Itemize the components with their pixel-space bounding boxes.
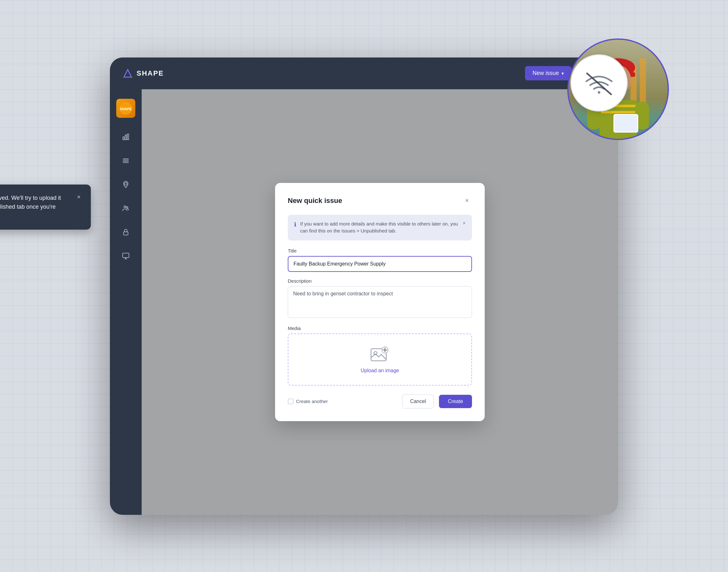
description-label: Description	[288, 278, 472, 284]
decorations-wrapper	[504, 64, 631, 191]
wifi-off-indicator	[571, 54, 628, 112]
svg-rect-9	[600, 111, 637, 114]
upload-image-icon	[370, 346, 389, 363]
svg-rect-24	[125, 135, 127, 140]
upload-text-label: Upload an image	[361, 368, 399, 373]
media-label: Media	[288, 326, 472, 331]
sidebar-item-files[interactable]	[116, 151, 135, 170]
svg-text:SHAPE: SHAPE	[120, 107, 132, 111]
sidebar-item-security[interactable]	[116, 223, 135, 242]
title-field-group: Title	[288, 248, 472, 272]
svg-point-26	[125, 183, 127, 185]
modal-title: New quick issue	[288, 197, 342, 205]
sidebar: SHAPE	[110, 89, 142, 515]
svg-rect-13	[614, 115, 637, 132]
sidebar-item-media[interactable]	[116, 246, 135, 266]
description-field-group: Description Need to bring in genset cont…	[288, 278, 472, 319]
modal-close-button[interactable]: ×	[462, 196, 472, 206]
modal-header: New quick issue ×	[288, 196, 472, 206]
app-name: SHAPE	[137, 69, 164, 77]
upload-icon-wrapper	[370, 346, 389, 364]
sidebar-item-location[interactable]	[116, 175, 135, 194]
svg-rect-30	[123, 253, 129, 258]
toast-notification: ⚠️ Your issue has been saved. We'll try …	[0, 185, 91, 230]
toast-close-button[interactable]: ×	[77, 194, 81, 201]
title-label: Title	[288, 248, 472, 254]
svg-point-27	[124, 206, 126, 208]
wifi-off-icon	[583, 70, 615, 95]
create-button[interactable]: Create	[439, 395, 472, 408]
create-another-label: Create another	[296, 399, 328, 404]
sidebar-avatar: SHAPE	[116, 99, 135, 118]
create-another-wrapper: Create another	[288, 399, 328, 404]
media-field-group: Media	[288, 326, 472, 385]
svg-point-18	[598, 91, 600, 94]
toast-message: Your issue has been saved. We'll try to …	[0, 194, 71, 221]
media-upload-area[interactable]: Upload an image	[288, 334, 472, 385]
sidebar-item-team[interactable]	[116, 199, 135, 218]
shape-logo-icon	[123, 68, 133, 78]
info-banner-text: If you want to add more details and make…	[300, 220, 459, 235]
description-input[interactable]: Need to bring in genset contractor to in…	[288, 286, 472, 318]
device-wrapper: ⚠️ Your issue has been saved. We'll try …	[110, 58, 618, 515]
svg-rect-29	[124, 232, 128, 235]
sidebar-item-analytics[interactable]	[116, 127, 135, 146]
cancel-button[interactable]: Cancel	[402, 395, 434, 409]
svg-rect-23	[123, 137, 124, 140]
title-input[interactable]	[288, 256, 472, 272]
svg-marker-20	[124, 70, 132, 77]
logo-area: SHAPE	[123, 68, 519, 78]
info-banner: ℹ If you want to add more details and ma…	[288, 215, 472, 240]
info-banner-close-button[interactable]: ×	[463, 220, 466, 226]
svg-rect-25	[127, 134, 129, 140]
svg-point-28	[127, 206, 128, 208]
create-another-checkbox[interactable]	[288, 399, 293, 404]
modal-footer: Create another Cancel Create	[288, 395, 472, 409]
info-icon: ℹ	[294, 221, 296, 228]
new-quick-issue-modal: New quick issue × ℹ If you want to add m…	[275, 183, 485, 421]
